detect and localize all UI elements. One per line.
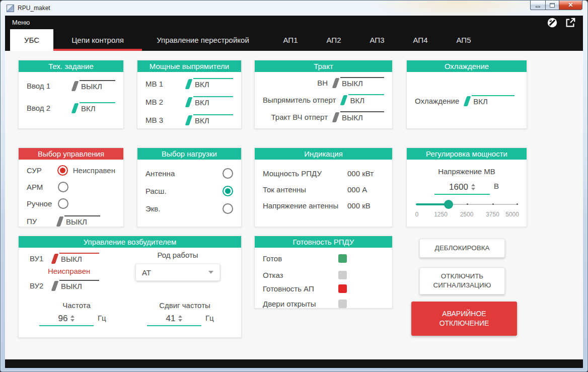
panel-header: Выбор управления: [19, 148, 123, 160]
toggle-row-vvod1: Ввод 1 ВЫКЛ: [27, 79, 115, 92]
row-label: ВН: [263, 79, 328, 87]
toggle-mv2[interactable]: ВКЛ: [187, 96, 233, 108]
emergency-shutdown-button[interactable]: АВАРИЙНОЕ ОТКЛЮЧЕНИЕ: [411, 302, 517, 336]
row-label: Напряжение антенны: [263, 201, 347, 210]
status-row-gotovnost-ap: Готовность АП: [263, 282, 384, 295]
toggle-vn[interactable]: ВЫКЛ: [334, 77, 384, 89]
tab-upravlenie-perestroykoy[interactable]: Управление перестройкой: [142, 29, 264, 51]
row-label: АРМ: [27, 183, 58, 191]
voltage-slider[interactable]: [416, 200, 518, 209]
radio-row-rassh: Расш.: [145, 184, 233, 197]
toggle-vvod1[interactable]: ВЫКЛ: [73, 80, 115, 92]
tab-ap5[interactable]: АП5: [447, 29, 480, 51]
mode-dropdown[interactable]: АТ: [135, 264, 220, 281]
panel-readiness: Готовность РПДУ Готов Отказ Готовность А…: [254, 236, 393, 309]
tab-ap2[interactable]: АП2: [317, 29, 350, 51]
panel-tract: Тракт ВН ВЫКЛ Выпрямитель отперт ВКЛ Тра…: [254, 60, 393, 129]
row-label: ВУ2: [30, 281, 53, 290]
menubar-icons: [547, 17, 576, 28]
toggle-cooling[interactable]: ВКЛ: [465, 95, 514, 107]
panel-header: Тракт: [255, 60, 392, 72]
menu-item-menu[interactable]: Меню: [12, 19, 30, 26]
arrow-up-icon[interactable]: [178, 315, 182, 318]
toggle-vvod2[interactable]: ВКЛ: [73, 102, 115, 114]
toggle-row-rectifier-open: Выпрямитель отперт ВКЛ: [263, 93, 384, 106]
status-indicator-red: [338, 284, 347, 293]
radio-rassh[interactable]: [223, 186, 233, 196]
close-button[interactable]: ✕: [559, 1, 582, 10]
field-label-row: Напряжение МВ: [415, 165, 519, 178]
toggle-vu2[interactable]: ВЫКЛ: [53, 280, 99, 291]
slider-tick-dot: [517, 203, 518, 205]
mode-label: Род работы: [135, 251, 220, 259]
tab-cepi-kontrolya[interactable]: Цепи контроля: [53, 29, 142, 51]
app-client-area: Меню УБС Цепи контроля Управление перест…: [5, 16, 583, 368]
tick-label: 0: [415, 211, 419, 218]
voltage-spinner[interactable]: 1600: [434, 182, 490, 195]
toggle-state: ВКЛ: [193, 96, 233, 108]
arrow-down-icon[interactable]: [471, 188, 475, 190]
toggle-row-mv2: МВ 2 ВКЛ: [145, 95, 233, 108]
row-label: Ток антенны: [263, 185, 347, 194]
minimize-button[interactable]: [530, 1, 545, 10]
row-label: Экв.: [145, 204, 223, 213]
voltage-spinner-row: 1600 В: [415, 182, 519, 195]
maximize-icon: [550, 3, 555, 8]
arrow-up-icon[interactable]: [471, 184, 475, 186]
radio-sur[interactable]: [57, 165, 68, 176]
status-indicator-gray: [338, 300, 347, 308]
titlebar[interactable]: RPU_maket: [1, 1, 587, 16]
toggle-pu[interactable]: ВЫКЛ: [58, 215, 100, 227]
tick-label: 1250: [434, 211, 448, 218]
toggle-state: ВКЛ: [80, 102, 115, 114]
row-label: Тракт ВЧ отперт: [263, 113, 328, 121]
mute-alarm-button[interactable]: ОТКЛЮЧИТЬ СИГНАЛИЗАЦИЮ: [419, 267, 505, 294]
freq-spinner[interactable]: 96: [39, 314, 94, 326]
toggle-rf-tract-open[interactable]: ВЫКЛ: [334, 111, 384, 123]
toggle-vu1[interactable]: ВЫКЛ: [53, 253, 99, 264]
slider-handle[interactable]: [444, 200, 453, 209]
arrow-down-icon[interactable]: [178, 319, 182, 322]
tab-ubs[interactable]: УБС: [10, 29, 53, 51]
tab-ap3[interactable]: АП3: [360, 29, 394, 51]
spinner-arrows[interactable]: [471, 184, 475, 190]
panel-header: Регулировка мощности: [407, 148, 527, 160]
panel-header: Тех. задание: [19, 60, 123, 72]
radio-arm[interactable]: [58, 182, 68, 192]
panel-header: Индикация: [255, 148, 392, 160]
radio-ruchnoe[interactable]: [58, 198, 68, 209]
toggle-state: ВЫКЛ: [64, 215, 100, 227]
shift-spinner[interactable]: 41: [147, 314, 201, 326]
wrench-circle-icon[interactable]: [547, 17, 558, 28]
tab-label: Цепи контроля: [71, 36, 124, 44]
tab-label: УБС: [24, 36, 39, 44]
tab-ap1[interactable]: АП1: [274, 29, 307, 51]
spinner-arrows[interactable]: [70, 315, 75, 322]
radio-ekv[interactable]: [223, 203, 233, 214]
tab-ap4[interactable]: АП4: [404, 29, 437, 51]
toggle-rectifier-open[interactable]: ВКЛ: [342, 94, 384, 106]
freq-spinner-row: 96 Гц: [39, 313, 106, 326]
app-window: RPU_maket ✕ Меню: [0, 0, 588, 372]
radio-row-sur: СУР Неисправен: [27, 164, 115, 177]
radio-antenna[interactable]: [223, 168, 233, 179]
window-title: RPU_maket: [18, 5, 50, 12]
unlock-button[interactable]: ДЕБЛОКИРОВКА: [419, 239, 505, 258]
arrow-down-icon[interactable]: [70, 319, 75, 322]
panel-header: Охлаждение: [407, 60, 527, 72]
open-external-icon[interactable]: [565, 17, 576, 28]
maximize-button[interactable]: [545, 1, 559, 10]
status-indicator-gray: [338, 271, 347, 279]
panel-header: Мощные выпрямители: [137, 60, 241, 72]
toggle-mv1[interactable]: ВКЛ: [187, 78, 233, 90]
spinner-arrows[interactable]: [178, 315, 182, 322]
arrow-up-icon[interactable]: [70, 315, 75, 318]
indication-value: 000 кВ: [347, 201, 371, 210]
mode-value: АТ: [142, 268, 151, 277]
minimize-icon: [536, 6, 540, 8]
panel-exciter-control: Управление возбудителем ВУ1 ВЫКЛ Неиспра…: [18, 236, 242, 338]
slider-tick-dot: [492, 203, 494, 205]
toggle-mv3[interactable]: ВКЛ: [187, 114, 233, 126]
toggle-row-vu2: ВУ2 ВЫКЛ: [30, 279, 99, 292]
toggle-state: ВЫКЛ: [340, 77, 384, 89]
